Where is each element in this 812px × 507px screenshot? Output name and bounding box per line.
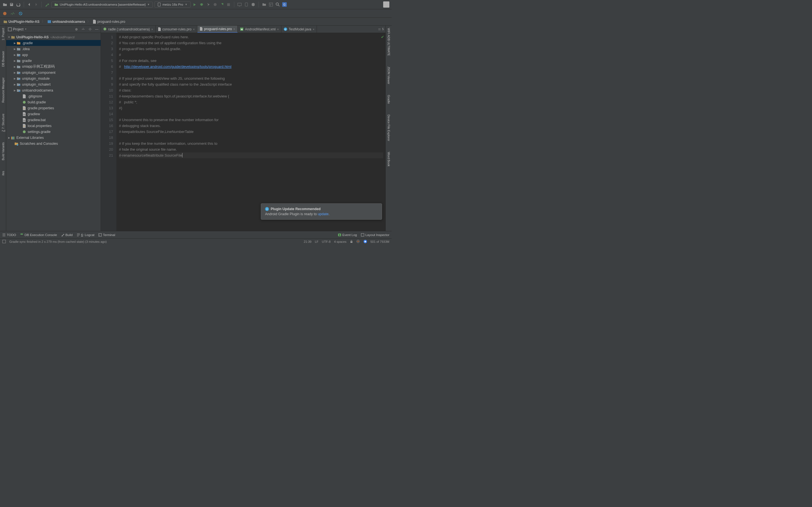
select-opened-file-icon[interactable]: ⊕	[74, 27, 79, 32]
no-entry-icon[interactable]	[18, 11, 23, 16]
forward-icon[interactable]	[34, 2, 39, 7]
git-icon[interactable]	[2, 11, 7, 16]
tab-build[interactable]: Build	[61, 233, 73, 237]
tab-word-book[interactable]: Word Book	[387, 151, 391, 168]
tree-item-.idea[interactable]: ▶.idea	[6, 46, 101, 52]
tree-item-.gitignore[interactable]: .gitignore	[6, 93, 101, 99]
close-tab-icon[interactable]: ×	[233, 27, 235, 31]
run-icon[interactable]	[192, 2, 197, 7]
attach-icon[interactable]	[219, 2, 224, 7]
avd-icon[interactable]	[237, 2, 242, 7]
editor-tab[interactable]: M AndroidManifest.xml ×	[238, 25, 282, 33]
tree-item-app[interactable]: ▶app	[6, 52, 101, 58]
status-line-sep[interactable]: LF	[315, 240, 319, 243]
tab-wifi-adb[interactable]: WIFI ADB ULTIMATE	[387, 27, 391, 57]
tree-item-uniapp示例工程源码[interactable]: ▶uniapp示例工程源码	[6, 64, 101, 69]
tree-external-libs[interactable]: ▶ External Libraries	[6, 135, 101, 140]
device-selector[interactable]: meizu 16s Pro ▼	[154, 1, 190, 8]
tab-db-browser[interactable]: DB Browser	[1, 50, 5, 68]
tree-item-uniplugin_richalert[interactable]: ▶uniplugin_richalert	[6, 81, 101, 87]
editor-tab[interactable]: radle (:unitoandroidcamera) ×	[101, 25, 156, 33]
sdk-icon[interactable]	[244, 2, 249, 7]
tab-device-explorer[interactable]: Device File Explorer	[387, 114, 391, 142]
tab-favorites[interactable]: ites	[1, 170, 5, 177]
profile-icon[interactable]	[206, 2, 211, 7]
tab-todo[interactable]: TODO	[2, 233, 16, 237]
tree-item-gradle.properties[interactable]: gradle.properties	[6, 105, 101, 111]
tabs-overflow[interactable]: 5	[376, 25, 386, 33]
tab-json-viewer[interactable]: JSON Viewer	[387, 65, 391, 86]
close-tab-icon[interactable]: ×	[313, 27, 314, 31]
tree-item-uniplugin_component[interactable]: ▶uniplugin_component	[6, 69, 101, 75]
breadcrumb-module[interactable]: unitoandroidcamera	[46, 19, 86, 24]
debug-icon[interactable]	[199, 2, 204, 7]
tree-item-gradlew[interactable]: shgradlew	[6, 111, 101, 117]
status-readonly-icon[interactable]	[350, 240, 353, 243]
code-editor[interactable]: 123456789101112131415161718192021 # Add …	[101, 33, 386, 231]
hide-icon[interactable]: —	[94, 27, 99, 32]
tree-item-unitoandroidcamera[interactable]: ▶unitoandroidcamera	[6, 87, 101, 93]
status-cursor-pos[interactable]: 21:39	[304, 240, 312, 243]
collapse-all-icon[interactable]	[81, 27, 86, 32]
tree-item-settings.gradle[interactable]: settings.gradle	[6, 129, 101, 135]
layout-editor-icon[interactable]	[268, 2, 273, 7]
user-avatar[interactable]	[383, 1, 389, 8]
breadcrumb-project[interactable]: UniPlugin-Hello-AS	[2, 19, 41, 24]
stop-icon[interactable]	[226, 2, 231, 7]
close-tab-icon[interactable]: ×	[277, 27, 279, 31]
notification-update-link[interactable]: update	[318, 212, 328, 216]
back-icon[interactable]	[27, 2, 32, 7]
tree-item-build.gradle[interactable]: build.gradle	[6, 99, 101, 105]
tree-item-uniplugin_module[interactable]: ▶uniplugin_module	[6, 75, 101, 81]
tab-resource-manager[interactable]: Resource Manager	[1, 76, 5, 104]
editor-tab[interactable]: C TestModel.java ×	[282, 25, 317, 33]
breadcrumb-file[interactable]: proguard-rules.pro	[92, 19, 126, 24]
status-chrome-icon[interactable]	[363, 240, 367, 243]
status-memory[interactable]: 501 of 7933M	[370, 240, 389, 243]
open-icon[interactable]	[2, 2, 7, 7]
status-window-icon[interactable]	[2, 240, 6, 243]
tab-terminal[interactable]: Terminal	[98, 233, 115, 237]
settings-icon[interactable]	[88, 27, 92, 32]
close-tab-icon[interactable]: ×	[151, 27, 153, 31]
tree-scratches[interactable]: Scratches and Consoles	[6, 140, 101, 147]
device-label: meizu 16s Pro	[162, 3, 183, 6]
tab-project[interactable]: 1: Project	[1, 27, 5, 41]
project-view-selector[interactable]: Project ▼	[8, 27, 27, 31]
project-tree[interactable]: ▼ UniPlugin-Hello-AS ~/AndroidProject/ ▶…	[6, 33, 101, 231]
sync-icon[interactable]	[16, 2, 21, 7]
tab-build-variants[interactable]: Build Variants	[1, 141, 5, 161]
tree-item-gradle[interactable]: ▶gradle	[6, 58, 101, 64]
tab-event-log[interactable]: 1Event Log	[338, 233, 357, 237]
gradle-sync-icon[interactable]	[251, 2, 256, 7]
svg-rect-41	[361, 233, 364, 236]
translate-icon[interactable]: G	[282, 2, 287, 7]
status-indent[interactable]: 4 spaces	[334, 240, 347, 243]
save-icon[interactable]	[9, 2, 14, 7]
tab-db-console[interactable]: DB Execution Console	[20, 233, 57, 237]
status-bar: Gradle sync finished in 2 s 279 ms (from…	[0, 238, 392, 244]
editor-tab[interactable]: proguard-rules.pro ×	[197, 25, 238, 33]
status-inspect-icon[interactable]	[356, 240, 360, 243]
run-config-selector[interactable]: UniPlugin-Hello-AS:unitoandroidcamera [a…	[51, 2, 153, 8]
tree-item-local.properties[interactable]: local.properties	[6, 123, 101, 129]
editor-tab[interactable]: consumer-rules.pro ×	[156, 25, 197, 33]
svg-rect-30	[13, 136, 14, 139]
hammer-icon[interactable]	[45, 2, 50, 7]
tree-item-gradlew.bat[interactable]: shgradlew.bat	[6, 117, 101, 123]
search-icon[interactable]	[275, 2, 280, 7]
profiler-icon[interactable]	[10, 11, 15, 16]
tab-gradle[interactable]: Gradle	[387, 94, 391, 105]
tab-logcat[interactable]: 6: Logcat	[77, 233, 94, 237]
coverage-icon[interactable]	[213, 2, 218, 7]
tree-root[interactable]: ▼ UniPlugin-Hello-AS ~/AndroidProject/	[6, 34, 101, 40]
status-encoding[interactable]: UTF-8	[322, 240, 331, 243]
tab-layout-inspector[interactable]: Layout Inspector	[361, 233, 389, 237]
code-area[interactable]: # Add project specific ProGuard rules he…	[117, 33, 386, 231]
close-tab-icon[interactable]: ×	[193, 27, 195, 31]
tree-item-.gradle[interactable]: ▶.gradle	[6, 40, 101, 46]
editor-tabs: radle (:unitoandroidcamera) × consumer-r…	[101, 25, 386, 33]
svg-rect-29	[12, 136, 13, 139]
tab-structure[interactable]: Z7: Structure	[1, 112, 5, 133]
project-structure-icon[interactable]	[262, 2, 267, 7]
